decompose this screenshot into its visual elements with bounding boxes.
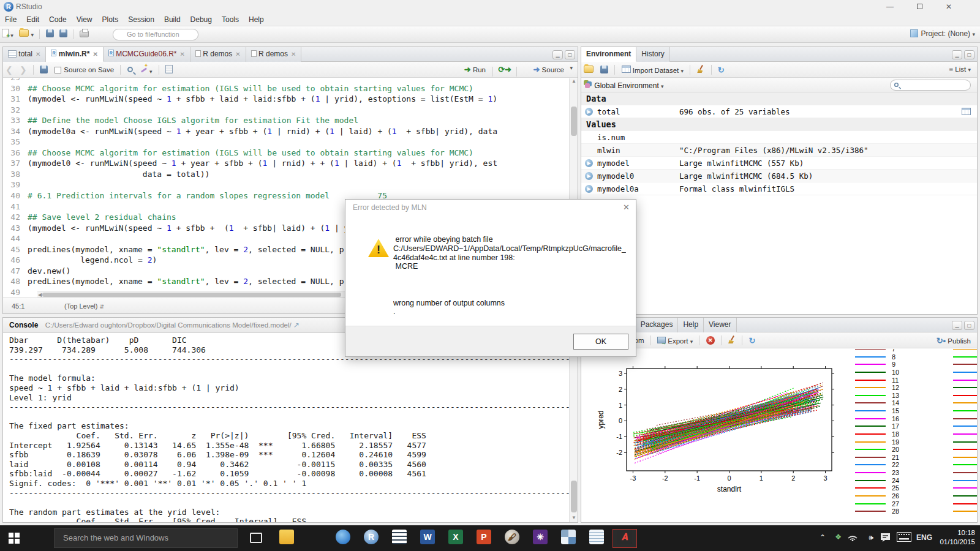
- console-tab-label[interactable]: Console: [9, 321, 38, 329]
- export-plot-button[interactable]: Export ▾: [657, 337, 693, 345]
- taskbar-app-powerpoint[interactable]: P: [472, 530, 496, 547]
- tab-close-icon[interactable]: ✕: [180, 51, 185, 58]
- environment-object-row[interactable]: mlwin"C:/Program Files (x86)/MLwiN v2.35…: [581, 144, 977, 157]
- print-button[interactable]: [80, 29, 89, 39]
- wifi-icon[interactable]: [848, 533, 858, 551]
- tab-mcmcguide06-r-[interactable]: R MCMCGuide06.R*✕: [104, 47, 190, 62]
- menu-edit[interactable]: Edit: [21, 13, 44, 26]
- taskbar-app-excel[interactable]: X: [443, 530, 468, 547]
- refresh-environment-button[interactable]: ↻: [718, 66, 725, 75]
- run-button[interactable]: ➜ Run: [464, 65, 486, 74]
- project-menu-button[interactable]: Project: (None) ▾: [910, 29, 975, 38]
- menu-plots[interactable]: Plots: [97, 13, 124, 26]
- taskbar-app-paint[interactable]: 🖌: [500, 530, 524, 547]
- tab-total[interactable]: total✕: [3, 47, 46, 62]
- menu-tools[interactable]: Tools: [217, 13, 244, 26]
- plots-maximize-button[interactable]: ▢: [964, 321, 974, 330]
- tab-r-demos[interactable]: R demos✕: [190, 47, 246, 62]
- remove-plot-button[interactable]: ✕: [706, 336, 715, 345]
- error-dialog-close-icon[interactable]: ✕: [623, 203, 630, 212]
- taskbar-app-thunderbird[interactable]: [331, 530, 355, 547]
- expand-object-icon[interactable]: ▶: [585, 159, 593, 167]
- taskbar-app-file-explorer[interactable]: [274, 530, 299, 547]
- tab-close-icon[interactable]: ✕: [291, 51, 296, 58]
- global-environment-selector[interactable]: Global Environment ▾: [584, 80, 664, 90]
- plots-tab-packages[interactable]: Packages: [636, 318, 679, 332]
- window-minimize-button[interactable]: —: [881, 1, 899, 12]
- tab-mlwin-r-[interactable]: R mlwin.R*✕: [46, 47, 103, 62]
- expand-object-icon[interactable]: ▶: [585, 172, 593, 180]
- environment-search-input[interactable]: [890, 80, 971, 91]
- tab-close-icon[interactable]: ✕: [92, 51, 97, 58]
- save-button[interactable]: [46, 29, 54, 39]
- touch-keyboard-icon[interactable]: [897, 532, 911, 551]
- scroll-left-icon[interactable]: ◀: [38, 292, 42, 298]
- menu-file[interactable]: File: [0, 13, 21, 26]
- taskbar-app-notepad[interactable]: [584, 530, 609, 547]
- nav-back-icon[interactable]: ❮: [6, 65, 13, 75]
- source-button[interactable]: ➜ Source: [533, 65, 564, 74]
- compile-report-button[interactable]: [165, 65, 173, 75]
- console-vertical-scrollbar[interactable]: ▼: [569, 334, 578, 522]
- plots-tab-help[interactable]: Help: [678, 318, 704, 332]
- open-directory-icon[interactable]: ↗: [293, 321, 300, 329]
- environment-object-row[interactable]: ▶mymodel0aFormal class mlwinfitIGLS: [581, 182, 977, 195]
- menu-code[interactable]: Code: [44, 13, 72, 26]
- new-file-button[interactable]: ▾: [2, 29, 13, 39]
- taskbar-app-acrobat[interactable]: 𝑨: [612, 529, 637, 548]
- nav-forward-icon[interactable]: ❯: [20, 65, 27, 75]
- refresh-plot-button[interactable]: ↻: [749, 336, 756, 345]
- plots-minimize-button[interactable]: ▁: [952, 321, 962, 330]
- dropbox-tray-icon[interactable]: ❖: [835, 533, 842, 551]
- environment-object-row[interactable]: ▶mymodel0Large mlwinfitMCMC (684.5 Kb): [581, 170, 977, 182]
- taskbar-app-r[interactable]: R: [359, 530, 383, 547]
- language-indicator[interactable]: ENG: [916, 533, 932, 551]
- goto-file-input[interactable]: Go to file/function: [113, 29, 198, 40]
- clock[interactable]: 10:18 01/10/2015: [932, 528, 975, 547]
- environment-maximize-button[interactable]: ▢: [964, 50, 974, 59]
- volume-icon[interactable]: 🕪: [869, 533, 873, 551]
- scroll-down-icon[interactable]: ▼: [570, 515, 578, 522]
- scope-selector[interactable]: (Top Level) ⇵: [64, 302, 104, 310]
- source-maximize-button[interactable]: ▢: [565, 50, 575, 59]
- menu-session[interactable]: Session: [123, 13, 159, 26]
- taskbar-search-input[interactable]: Search the web and Windows: [54, 528, 238, 548]
- window-maximize-button[interactable]: [910, 1, 929, 12]
- find-replace-button[interactable]: [127, 66, 133, 73]
- menu-view[interactable]: View: [72, 13, 97, 26]
- source-minimize-button[interactable]: ▁: [552, 50, 563, 59]
- console-output[interactable]: Dbar D(thetabar) pD DIC739.297 734.289 5…: [3, 334, 569, 522]
- tray-chevron-icon[interactable]: ⌃: [820, 533, 826, 551]
- notification-icon[interactable]: [880, 532, 891, 551]
- window-close-button[interactable]: ✕: [940, 1, 958, 12]
- start-button[interactable]: [9, 533, 20, 544]
- environment-tab-environment[interactable]: Environment: [581, 47, 636, 62]
- environment-object-row[interactable]: is.num: [581, 131, 977, 144]
- publish-button[interactable]: ↻• Publish: [937, 336, 971, 345]
- taskbar-app-mosaic-app[interactable]: [556, 530, 581, 547]
- plots-tab-viewer[interactable]: Viewer: [704, 318, 736, 332]
- taskbar-app-firefox[interactable]: [303, 530, 327, 547]
- environment-minimize-button[interactable]: ▁: [952, 50, 962, 59]
- load-workspace-button[interactable]: [584, 66, 594, 74]
- save-workspace-button[interactable]: [600, 66, 608, 75]
- source-on-save-checkbox[interactable]: Source on Save: [55, 66, 114, 73]
- taskbar-app-mlwin[interactable]: [387, 530, 412, 547]
- import-dataset-button[interactable]: Import Dataset ▾: [622, 66, 684, 74]
- expand-object-icon[interactable]: ▶: [585, 108, 593, 116]
- save-file-button[interactable]: [40, 66, 48, 75]
- ok-button[interactable]: OK: [573, 334, 628, 350]
- menu-help[interactable]: Help: [244, 13, 269, 26]
- clear-environment-button[interactable]: [696, 65, 704, 75]
- open-file-button[interactable]: ▾: [19, 29, 34, 39]
- rerun-button[interactable]: ⟳➜: [498, 65, 511, 74]
- taskbar-app-graph-tool[interactable]: ✳: [528, 530, 552, 547]
- code-tools-button[interactable]: ▾: [140, 66, 153, 75]
- scroll-up-icon[interactable]: ▲: [570, 78, 578, 86]
- menu-build[interactable]: Build: [159, 13, 186, 26]
- expand-object-icon[interactable]: ▶: [585, 185, 593, 193]
- clear-plots-button[interactable]: [728, 335, 736, 345]
- source-options-caret[interactable]: ▾: [570, 65, 573, 71]
- view-data-icon[interactable]: [962, 108, 971, 115]
- environment-tab-history[interactable]: History: [636, 47, 669, 62]
